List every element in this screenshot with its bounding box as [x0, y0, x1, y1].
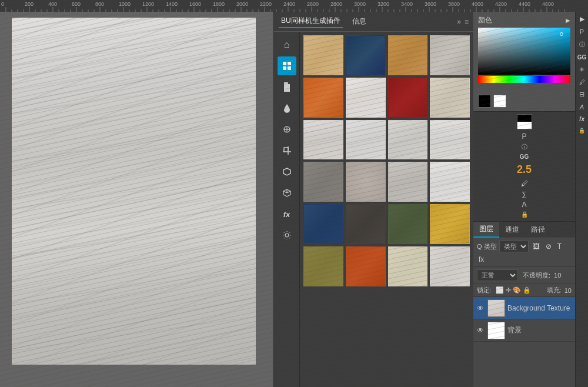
layers-section: 图层 通道 路径 Q 类型 类型 🖼 ⊘ T fx [473, 222, 575, 387]
layer-background-texture[interactable]: 👁 Background Texture [473, 297, 575, 319]
layer-thumb-1 [487, 299, 505, 317]
right-main: 颜色 ▶ [473, 12, 575, 387]
main-area: BU同样机生成插件 信息 » ≡ ⌂ [0, 12, 588, 387]
layers-list: 👁 Background Texture 👁 背景 [473, 297, 575, 387]
right-combined: 颜色 ▶ [473, 12, 588, 387]
